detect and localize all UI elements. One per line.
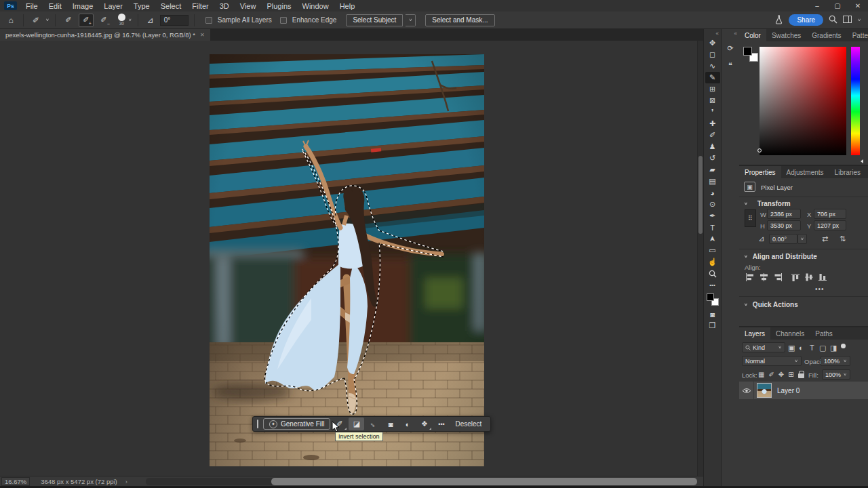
- menu-type[interactable]: Type: [128, 2, 155, 10]
- brush-size-picker[interactable]: 30: [118, 14, 125, 26]
- rotation-angle-field[interactable]: 0.00°: [769, 234, 797, 244]
- tab-adjustments[interactable]: Adjustments: [781, 166, 829, 178]
- expand-panels-icon[interactable]: «: [734, 30, 737, 37]
- enhance-edge-checkbox[interactable]: [280, 17, 287, 24]
- new-selection-mode-icon[interactable]: ✐: [61, 14, 76, 27]
- align-right-icon[interactable]: [772, 273, 783, 281]
- layer-filter-kind-dropdown[interactable]: Kind ∨: [742, 342, 785, 352]
- tool-pen[interactable]: ✒: [705, 210, 720, 222]
- screen-mode-button[interactable]: ❒: [705, 320, 720, 331]
- align-vertical-center-icon[interactable]: [804, 273, 814, 281]
- tool-brush[interactable]: ✐: [705, 129, 720, 141]
- filter-type-layers-icon[interactable]: T: [810, 344, 814, 352]
- tool-shape[interactable]: ▭: [705, 245, 720, 256]
- tool-type[interactable]: T: [705, 222, 720, 233]
- tool-rectangular-marquee[interactable]: ◻: [705, 49, 720, 60]
- search-icon[interactable]: [829, 15, 837, 25]
- tool-blur[interactable]: ◕: [705, 187, 720, 199]
- foreground-background-colors[interactable]: [707, 293, 719, 306]
- canvas-area[interactable]: [0, 41, 697, 476]
- tab-color[interactable]: Color: [739, 29, 766, 41]
- tool-history-brush[interactable]: ↺: [705, 152, 720, 164]
- blend-mode-dropdown[interactable]: Normal∨: [742, 356, 802, 366]
- workspace-switcher-icon[interactable]: [843, 16, 852, 24]
- share-button[interactable]: Share: [789, 14, 823, 26]
- tab-paths[interactable]: Paths: [810, 327, 838, 340]
- tab-swatches[interactable]: Swatches: [766, 29, 806, 41]
- flip-horizontal-icon[interactable]: ⇄: [822, 235, 828, 243]
- chevron-down-icon[interactable]: ∨: [45, 18, 50, 22]
- layer-visibility-toggle[interactable]: [739, 382, 754, 399]
- tool-clone-stamp[interactable]: ♟: [705, 141, 720, 152]
- tool-frame[interactable]: ⊠: [705, 95, 720, 106]
- filter-smart-objects-icon[interactable]: ◨: [830, 344, 837, 352]
- align-horizontal-center-icon[interactable]: [759, 273, 769, 281]
- align-section-header[interactable]: ∨ Align and Distribute: [744, 253, 817, 260]
- invert-selection-icon[interactable]: ◪: [349, 418, 364, 430]
- horizontal-scrollbar[interactable]: [146, 478, 697, 485]
- foreground-background-colors[interactable]: [743, 47, 758, 62]
- tool-lasso[interactable]: ∿: [705, 60, 720, 72]
- reference-point-selector[interactable]: ⠿: [745, 209, 756, 227]
- hue-slider[interactable]: [851, 47, 860, 155]
- saturation-brightness-picker[interactable]: [760, 47, 846, 155]
- tool-crop[interactable]: ⊞: [705, 83, 720, 95]
- vertical-scrollbar[interactable]: [697, 41, 703, 476]
- align-bottom-icon[interactable]: [818, 273, 828, 281]
- hue-slider-marker[interactable]: [861, 159, 863, 163]
- filter-toggle-icon[interactable]: [841, 344, 846, 348]
- feather-selection-icon[interactable]: ◐: [399, 418, 415, 430]
- tool-spot-healing[interactable]: ✚: [705, 118, 720, 129]
- align-top-icon[interactable]: [791, 273, 801, 281]
- tool-hand[interactable]: ☝: [705, 256, 720, 268]
- tab-libraries[interactable]: Libraries: [829, 166, 866, 178]
- add-to-selection-mode-icon[interactable]: ✐+: [79, 14, 94, 27]
- menu-help[interactable]: Help: [334, 2, 361, 10]
- subtract-from-selection-mode-icon[interactable]: ✐−: [96, 14, 111, 27]
- menu-window[interactable]: Window: [297, 2, 334, 10]
- layer-row[interactable]: Layer 0: [739, 382, 868, 399]
- x-field[interactable]: 706 px: [814, 209, 846, 219]
- tool-zoom[interactable]: [705, 268, 720, 279]
- lock-transparent-pixels-icon[interactable]: ▦: [758, 371, 764, 378]
- layer-thumbnail[interactable]: [757, 383, 772, 398]
- tool-dodge[interactable]: ⊙: [705, 199, 720, 210]
- home-icon[interactable]: ⌂: [4, 14, 18, 27]
- select-subject-button[interactable]: Select Subject: [346, 14, 403, 26]
- zoom-level-field[interactable]: 16.67%: [1, 477, 30, 486]
- comments-panel-icon[interactable]: ❝: [724, 59, 737, 71]
- minimize-button[interactable]: –: [807, 1, 827, 12]
- quick-mask-button[interactable]: ◙: [705, 308, 720, 320]
- menu-view[interactable]: View: [235, 2, 262, 10]
- chevron-down-icon[interactable]: ∨: [128, 18, 132, 22]
- menu-select[interactable]: Select: [155, 2, 187, 10]
- maximize-button[interactable]: ▢: [827, 1, 848, 12]
- lock-position-icon[interactable]: ✥: [778, 371, 784, 378]
- tech-preview-flask-icon[interactable]: [774, 15, 783, 26]
- tab-patterns[interactable]: Patterns: [847, 29, 868, 41]
- layer-name[interactable]: Layer 0: [777, 387, 800, 394]
- history-panel-icon[interactable]: ⟳: [724, 42, 737, 54]
- fill-selection-icon[interactable]: ❖: [416, 418, 432, 430]
- filter-shape-layers-icon[interactable]: ▢: [819, 344, 826, 352]
- create-mask-icon[interactable]: ◙: [382, 418, 398, 430]
- generative-fill-button[interactable]: ✦ Generative Fill: [263, 418, 330, 430]
- menu-filter[interactable]: Filter: [186, 2, 214, 10]
- menu-file[interactable]: File: [20, 2, 43, 10]
- chevron-down-icon[interactable]: ∨: [857, 18, 861, 22]
- vertical-scrollbar-thumb[interactable]: [698, 156, 703, 234]
- align-left-icon[interactable]: [745, 273, 755, 281]
- tool-preset-icon[interactable]: ✐: [29, 14, 43, 27]
- menu-edit[interactable]: Edit: [43, 2, 67, 10]
- fill-field[interactable]: 100%∨: [822, 369, 850, 380]
- tab-layers[interactable]: Layers: [739, 327, 770, 340]
- color-picker-marker[interactable]: [757, 148, 762, 152]
- quick-actions-section-header[interactable]: ∨ Quick Actions: [744, 301, 798, 308]
- tool-eraser[interactable]: ▰: [705, 164, 720, 176]
- tool-selection-brush[interactable]: ✎: [705, 72, 720, 83]
- select-subject-dropdown[interactable]: ∨: [406, 14, 416, 26]
- sample-all-layers-checkbox[interactable]: [205, 17, 212, 24]
- menu-plugins[interactable]: Plugins: [261, 2, 296, 10]
- transform-selection-icon[interactable]: ⇔: [366, 418, 381, 430]
- y-field[interactable]: 1207 px: [814, 220, 846, 230]
